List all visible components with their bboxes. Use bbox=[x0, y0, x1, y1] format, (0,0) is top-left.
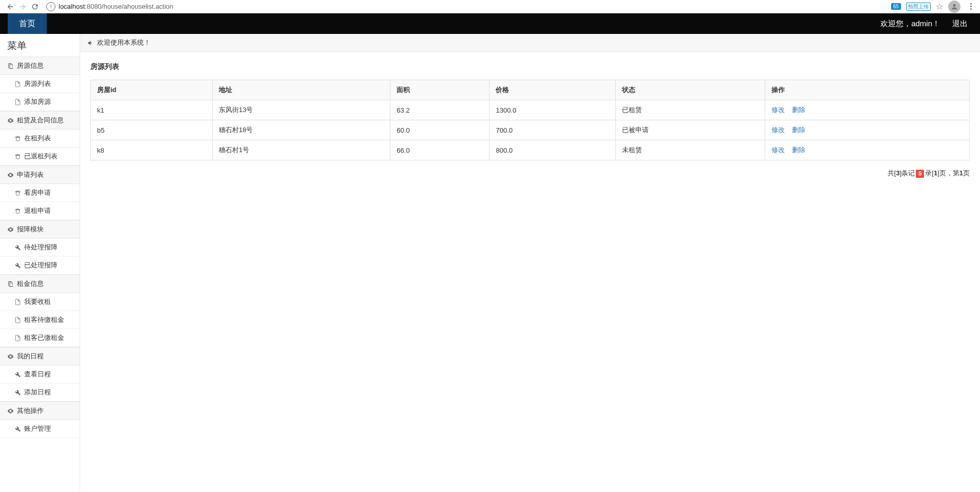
table-cell: 未租赁 bbox=[615, 140, 765, 160]
table-header: 面积 bbox=[390, 80, 489, 100]
content-area: 欢迎使用本系统！ 房源列表 房屋id地址面积价格状态操作 k1东风街13号63.… bbox=[80, 34, 980, 492]
table-cell: 700.0 bbox=[489, 120, 615, 140]
table-cell: 60.0 bbox=[390, 120, 489, 140]
svg-point-0 bbox=[953, 4, 955, 6]
pagination: 共[3]条记S录[1]页，第1页 bbox=[90, 169, 970, 178]
trash-icon bbox=[14, 208, 21, 214]
menu-item[interactable]: 已处理报障 bbox=[0, 257, 80, 275]
logout-link[interactable]: 退出 bbox=[952, 19, 968, 29]
menu-item[interactable]: 我要收租 bbox=[0, 293, 80, 311]
table-cell: 穗石村18号 bbox=[212, 120, 390, 140]
gear-icon bbox=[7, 117, 14, 124]
file-icon bbox=[14, 81, 21, 87]
menu-group-label: 租金信息 bbox=[17, 279, 44, 288]
welcome-text: 欢迎您，admin！ bbox=[880, 19, 940, 29]
menu-item[interactable]: 查看日程 bbox=[0, 366, 80, 384]
menu-item[interactable]: 添加日程 bbox=[0, 384, 80, 402]
notice-bar: 欢迎使用本系统！ bbox=[80, 34, 980, 52]
table-header: 状态 bbox=[615, 80, 765, 100]
menu-group[interactable]: 报障模块 bbox=[0, 220, 80, 239]
edit-link[interactable]: 修改 bbox=[771, 126, 785, 134]
profile-avatar-icon[interactable] bbox=[948, 1, 960, 13]
table-row: k1东风街13号63.21300.0已租赁修改删除 bbox=[91, 100, 970, 120]
sogou-ime-icon: S bbox=[916, 170, 924, 178]
notice-text: 欢迎使用本系统！ bbox=[97, 38, 150, 47]
wrench-icon bbox=[14, 262, 21, 269]
delete-link[interactable]: 删除 bbox=[792, 126, 805, 134]
url-display[interactable]: localhost:8080/house/ahouselist.action bbox=[59, 3, 173, 10]
browser-menu-icon[interactable] bbox=[966, 3, 976, 10]
back-button[interactable] bbox=[4, 1, 16, 13]
menu-item-label: 我要收租 bbox=[24, 297, 51, 306]
table-row: k8穗石村1号66.0800.0未租赁修改删除 bbox=[91, 140, 970, 160]
menu-group[interactable]: 申请列表 bbox=[0, 166, 80, 184]
menu-item-label: 退租申请 bbox=[24, 206, 51, 215]
delete-link[interactable]: 删除 bbox=[792, 146, 805, 154]
table-cell-actions: 修改删除 bbox=[765, 100, 970, 120]
menu-item[interactable]: 租客待缴租金 bbox=[0, 311, 80, 329]
reload-button[interactable] bbox=[29, 1, 41, 13]
wrench-icon bbox=[14, 426, 21, 432]
table-header: 价格 bbox=[489, 80, 615, 100]
file-icon bbox=[14, 317, 21, 323]
table-cell: 1300.0 bbox=[489, 100, 615, 120]
extension-label[interactable]: 拍照上传 bbox=[906, 3, 931, 11]
edit-link[interactable]: 修改 bbox=[771, 106, 785, 114]
menu-group[interactable]: 租赁及合同信息 bbox=[0, 111, 80, 130]
menu-item[interactable]: 在租列表 bbox=[0, 130, 80, 148]
file-icon bbox=[14, 299, 21, 305]
file-icon bbox=[14, 335, 21, 341]
menu-item[interactable]: 房源列表 bbox=[0, 75, 80, 93]
table-header: 操作 bbox=[765, 80, 970, 100]
table-cell: 东风街13号 bbox=[212, 100, 390, 120]
menu-item[interactable]: 添加房源 bbox=[0, 93, 80, 111]
menu-group-label: 其他操作 bbox=[17, 406, 44, 415]
menu-item-label: 租客已缴租金 bbox=[24, 333, 64, 342]
browser-address-bar: i localhost:8080/house/ahouselist.action… bbox=[0, 0, 980, 13]
menu-item-label: 租客待缴租金 bbox=[24, 315, 64, 324]
trash-icon bbox=[14, 190, 21, 196]
delete-link[interactable]: 删除 bbox=[792, 106, 805, 114]
bookmark-icon[interactable]: ☆ bbox=[936, 2, 943, 11]
wrench-icon bbox=[14, 371, 21, 378]
menu-item[interactable]: 退租申请 bbox=[0, 202, 80, 220]
gear-icon bbox=[7, 226, 14, 233]
table-cell: k8 bbox=[91, 140, 213, 160]
gear-icon bbox=[7, 172, 14, 178]
menu-group[interactable]: 其他操作 bbox=[0, 402, 80, 420]
sidebar-title: 菜单 bbox=[0, 34, 80, 57]
forward-button[interactable] bbox=[16, 1, 29, 13]
gear-icon bbox=[7, 408, 14, 414]
extension-badge[interactable]: 65 bbox=[891, 3, 901, 10]
menu-item[interactable]: 租客已缴租金 bbox=[0, 329, 80, 347]
table-cell: 800.0 bbox=[489, 140, 615, 160]
table-cell: 63.2 bbox=[390, 100, 489, 120]
menu-item[interactable]: 待处理报障 bbox=[0, 239, 80, 257]
menu-item[interactable]: 账户管理 bbox=[0, 420, 80, 438]
edit-link[interactable]: 修改 bbox=[771, 146, 785, 154]
table-cell: 已租赁 bbox=[615, 100, 765, 120]
home-tab[interactable]: 首页 bbox=[8, 13, 47, 34]
table-cell: 已被申请 bbox=[615, 120, 765, 140]
files-icon bbox=[7, 281, 14, 287]
menu-item-label: 看房申请 bbox=[24, 188, 51, 197]
menu-item-label: 房源列表 bbox=[24, 79, 51, 88]
menu-group[interactable]: 我的日程 bbox=[0, 347, 80, 366]
menu-group[interactable]: 租金信息 bbox=[0, 275, 80, 293]
site-info-icon[interactable]: i bbox=[46, 2, 55, 11]
menu-item[interactable]: 已退租列表 bbox=[0, 148, 80, 166]
menu-group-label: 租赁及合同信息 bbox=[17, 116, 64, 125]
sidebar: 菜单 房源信息房源列表添加房源租赁及合同信息在租列表已退租列表申请列表看房申请退… bbox=[0, 34, 80, 492]
menu-item-label: 待处理报障 bbox=[24, 243, 58, 252]
file-icon bbox=[14, 99, 21, 105]
menu-item[interactable]: 看房申请 bbox=[0, 184, 80, 202]
table-header: 房屋id bbox=[91, 80, 213, 100]
volume-icon bbox=[87, 40, 94, 46]
top-navigation: 首页 欢迎您，admin！ 退出 bbox=[0, 13, 980, 34]
menu-group[interactable]: 房源信息 bbox=[0, 57, 80, 75]
menu-group-label: 我的日程 bbox=[17, 352, 44, 361]
house-table: 房屋id地址面积价格状态操作 k1东风街13号63.21300.0已租赁修改删除… bbox=[90, 80, 970, 160]
menu-item-label: 已退租列表 bbox=[24, 152, 58, 161]
menu-item-label: 添加房源 bbox=[24, 97, 51, 106]
wrench-icon bbox=[14, 389, 21, 396]
